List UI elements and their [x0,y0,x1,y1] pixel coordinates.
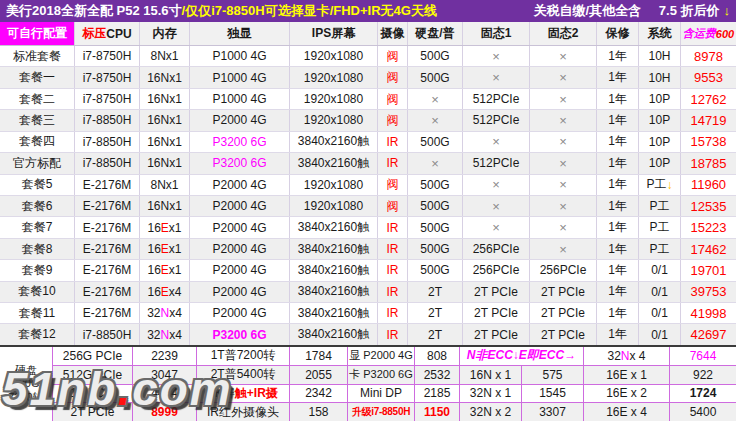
text-part: × [431,113,439,128]
cell-ram: 32Nx4 [140,303,190,323]
cell-gpu: P2000 4G [190,217,290,237]
text-part: 2342 [305,386,332,400]
text-part: 3840x2160触 [298,262,369,279]
cell-screen: 1920x1080 [290,196,378,216]
header-cell-gpu: 独显 [190,22,290,45]
cell-os: 10P [639,110,681,130]
text-part: × [492,177,500,192]
text-part: 1年 [608,133,627,150]
cell-warranty: 1年 [597,303,639,323]
text-part: 512G PCIe [63,368,122,382]
down-arrow-icon: ↓ [724,3,731,18]
cell-ram: 8Nx1 [140,46,190,66]
cell-cpu: E-2176M [75,217,140,237]
text-part: 保修 [606,25,630,42]
text-part: 套餐6 [22,198,53,215]
text-part: 42697 [690,327,726,342]
text-part: × [559,49,567,64]
text-part: 1年 [608,219,627,236]
cell-os: 10P [639,132,681,152]
text-part: 1年 [608,262,627,279]
text-part: 1年 [608,69,627,86]
cell-price: 11960 [681,175,736,195]
text-part: 16 [147,242,160,256]
cell-ssd1: × [463,67,530,87]
cell-camera: 阀 [378,175,408,195]
text-part: 2055 [305,368,332,382]
cell-camera: IR [378,260,408,280]
cell-os: 10P [639,89,681,109]
cell-screen: 3840x2160触 [290,282,378,302]
text-part: 1年 [608,48,627,65]
text-part: 阀 [387,91,399,108]
cell-warranty: 1年 [597,239,639,259]
text-part: P工 [649,198,669,215]
cell-camera: 阀 [378,110,408,130]
text-part: E-2176M [83,199,132,213]
cell-hdd: 500G [408,46,463,66]
text-part: 19701 [690,263,726,278]
cell-ssd2: × [530,217,597,237]
cell-config-name: 套餐二 [0,89,75,109]
cell-ram: 32Nx4 [140,324,190,344]
text-part: 3840x2160触 [298,326,369,343]
text-part: 32 [147,306,160,320]
text-part: 16E x 4 [606,405,647,419]
cell-camera: IR [378,132,408,152]
text-part: × [431,92,439,107]
text-part: IR [387,242,399,256]
cell-price: 15738 [681,132,736,152]
text-part: 500G [420,221,449,235]
text-part: 阀 [387,198,399,215]
cell-config-name: 套餐10 [0,282,75,302]
text-part: 2T PCIe [541,306,585,320]
text-part: Mini DP [360,386,402,400]
text-part: × [559,70,567,85]
text-part: 10P [649,113,670,127]
text-part: 套餐8 [22,241,53,258]
cell-hdd: 500G [408,260,463,280]
text-part: P1000 4G [212,49,266,63]
text-part: 512PCIe [473,156,520,170]
text-part: P2000 4G [212,113,266,127]
cell-hdd: 2T [408,282,463,302]
text-part: P2000 4G [212,221,266,235]
cell-hdd: 500G [408,217,463,237]
header-cell-ram: 内存 [140,22,190,45]
text-part: E-2176M [83,242,132,256]
cell-camera: IR [378,153,408,173]
text-part: IR [387,263,399,277]
text-part: 16Nx1 [147,92,182,106]
text-part: 1年 [608,305,627,322]
cell-option-label: 显 P2000 4G [348,347,415,365]
text-part: 可自行配置 [7,25,67,42]
text-part: E-2176M [83,178,132,192]
text-part: 阀 [387,176,399,193]
cell-ssd2: 256PCIe [530,260,597,280]
cell-ram: 16Ex1 [140,260,190,280]
text-part: 9553 [694,70,723,85]
cell-ssd1: 2T PCIe [463,324,530,344]
cell-gpu: P2000 4G [190,196,290,216]
text-part: 500G [420,135,449,149]
text-part: × [559,113,567,128]
text-part: 3840x2160触 [298,241,369,258]
cell-option-price: 922 [670,366,736,384]
text-part: 显 P2000 4G [349,348,413,363]
text-part: 3047 [151,368,178,382]
cell-config-name: 套餐6 [0,196,75,216]
text-part: 2T PCIe [474,285,518,299]
cell-warranty: 1年 [597,260,639,280]
text-part: N非ECC↓E即ECC→ [467,347,576,364]
text-part: 256PCIe [473,263,520,277]
text-part: 8999 [151,405,178,419]
cell-option-label: 16N x 1 [460,366,522,384]
text-part: 2T PCIe [474,328,518,342]
cell-cpu: i7-8750H [75,67,140,87]
text-part: 1920x1080 [304,92,363,106]
cell-hdd: 500G [408,239,463,259]
text-part: 16Nx1 [147,135,182,149]
cell-config-name: 官方标配 [0,153,75,173]
header-cell-warranty: 保修 [597,22,639,45]
table-row: 套餐四i7-8850H16Nx1P3200 6G3840x2160触IR500G… [0,132,736,153]
